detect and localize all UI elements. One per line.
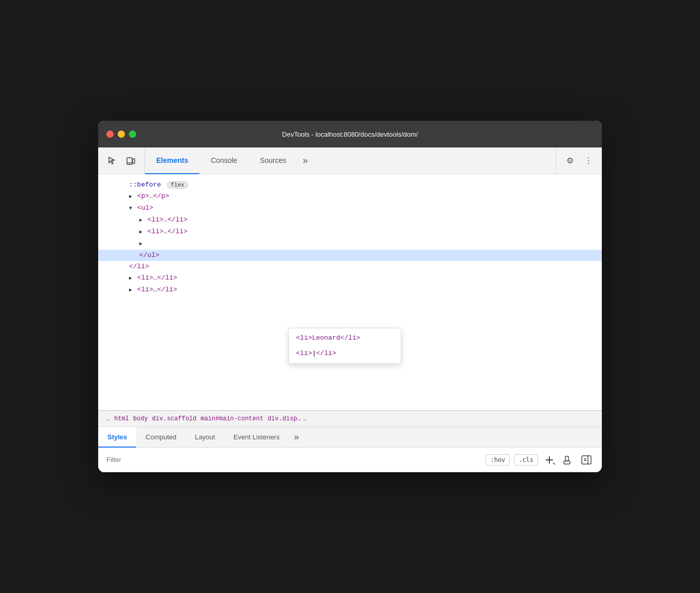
dom-ul-close-line[interactable]: </ul> <box>98 250 602 261</box>
inspect-button[interactable] <box>104 153 120 169</box>
filter-bar: :hov .cls <box>98 448 602 472</box>
svg-rect-8 <box>582 456 591 464</box>
dom-li4-line[interactable]: ▶ <li>…</li> <box>98 272 602 284</box>
toolbar-icons <box>98 147 145 174</box>
devtools-window: DevTools - localhost:8080/docs/devtools/… <box>98 121 602 472</box>
svg-rect-1 <box>133 159 135 163</box>
autocomplete-item-leonard[interactable]: <li>Leonard</li> <box>289 330 401 346</box>
dom-li3-line[interactable]: ▶ <li>Leonard</li> <li>|</li> <box>98 238 602 250</box>
dom-li1-line[interactable]: ▶ <li>…</li> <box>98 214 602 226</box>
styles-more-tabs-button[interactable]: » <box>289 427 304 447</box>
settings-button[interactable]: ⚙ <box>563 154 577 168</box>
dom-before-line[interactable]: ::before flex <box>98 179 602 191</box>
cls-button[interactable]: .cls <box>514 454 538 466</box>
tab-event-listeners[interactable]: Event Listeners <box>224 427 289 448</box>
tab-computed[interactable]: Computed <box>136 427 186 448</box>
svg-rect-0 <box>127 158 132 164</box>
tab-sources[interactable]: Sources <box>249 147 298 174</box>
filter-input[interactable] <box>106 456 481 464</box>
breadcrumb-div-disp[interactable]: div.disp… <box>268 415 301 422</box>
autocomplete-popup: <li>Leonard</li> <li>|</li> <box>288 328 401 364</box>
breadcrumb-body[interactable]: body <box>133 415 148 422</box>
breadcrumb-div-scaffold[interactable]: div.scaffold <box>152 415 196 422</box>
dom-ul-open-line[interactable]: ▼ <ul> <box>98 202 602 214</box>
tab-console[interactable]: Console <box>199 147 248 174</box>
dom-p-line[interactable]: ▶ <p>…</p> <box>98 191 602 202</box>
minimize-button[interactable] <box>118 131 125 138</box>
svg-rect-6 <box>565 456 568 461</box>
window-title: DevTools - localhost:8080/docs/devtools/… <box>282 131 418 138</box>
dom-li2-line[interactable]: ▶ <li>…</li> <box>98 226 602 238</box>
tabs-bar: Elements Console Sources » <box>145 147 556 174</box>
close-button[interactable] <box>106 131 114 138</box>
more-tabs-button[interactable]: » <box>298 147 313 174</box>
tab-elements[interactable]: Elements <box>145 147 199 174</box>
add-style-button[interactable] <box>542 453 557 467</box>
breadcrumb-main[interactable]: main#main-content <box>200 415 263 422</box>
dom-li-close-line[interactable]: </li> <box>98 261 602 272</box>
breadcrumb-bar: … html body div.scaffold main#main-conte… <box>98 411 602 427</box>
breadcrumb-html[interactable]: html <box>114 415 129 422</box>
paint-icon-button[interactable] <box>561 453 575 467</box>
toolbar-right: ⚙ ⋮ <box>556 147 602 174</box>
maximize-button[interactable] <box>129 131 136 138</box>
dom-panel: ::before flex ▶ <p>…</p> ▼ <ul> ▶ <li>…<… <box>98 174 602 411</box>
filter-actions: :hov .cls <box>486 453 594 467</box>
breadcrumb-more-end[interactable]: … <box>303 415 306 422</box>
tab-styles[interactable]: Styles <box>98 427 136 448</box>
svg-rect-5 <box>564 461 570 464</box>
toolbar: Elements Console Sources » ⚙ ⋮ <box>98 147 602 174</box>
tab-layout[interactable]: Layout <box>186 427 224 448</box>
more-options-button[interactable]: ⋮ <box>581 154 596 168</box>
device-toggle-button[interactable] <box>123 153 138 169</box>
toggle-sidebar-icon-button[interactable] <box>579 453 594 467</box>
styles-tabs-bar: Styles Computed Layout Event Listeners » <box>98 427 602 448</box>
dom-li5-line[interactable]: ▶ <li>…</li> <box>98 284 602 296</box>
autocomplete-item-cursor[interactable]: <li>|</li> <box>289 346 401 361</box>
titlebar: DevTools - localhost:8080/docs/devtools/… <box>98 121 602 147</box>
breadcrumb-more-start[interactable]: … <box>106 415 110 422</box>
hov-button[interactable]: :hov <box>486 454 510 466</box>
traffic-lights <box>106 131 136 138</box>
